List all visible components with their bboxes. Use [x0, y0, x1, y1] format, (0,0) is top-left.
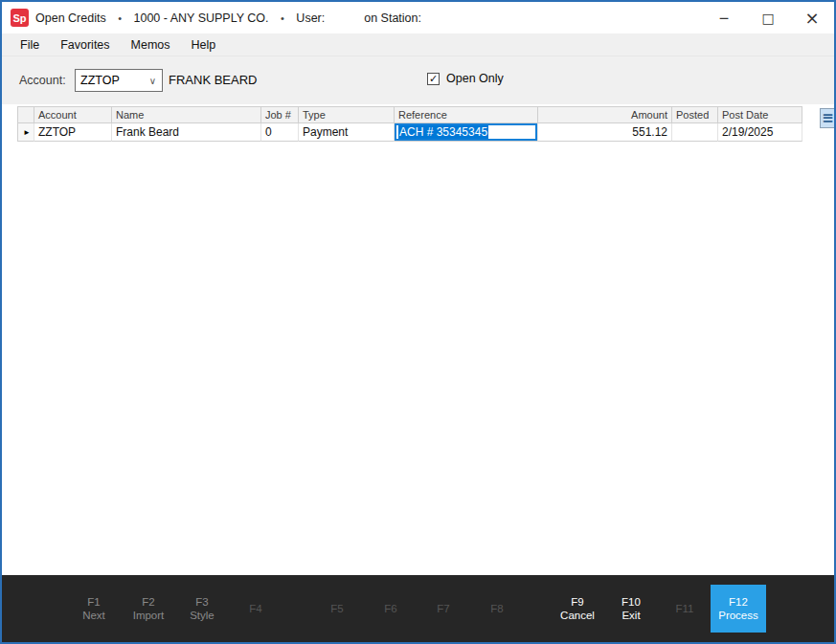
menu-item-memos[interactable]: Memos — [121, 35, 181, 55]
reference-edit-field[interactable]: ACH # 35345345 — [395, 123, 537, 141]
fkey-f4-key: F4 — [229, 602, 282, 615]
app-window: Sp Open Credits • 1000 - ANY SUPPLY CO. … — [0, 0, 836, 644]
title-company: 1000 - ANY SUPPLY CO. — [133, 11, 268, 25]
fkey-f3: F3 Style — [175, 595, 229, 622]
cell-type[interactable]: Payment — [299, 123, 395, 142]
grid-header-job[interactable]: Job # — [261, 106, 299, 123]
cell-amount[interactable]: 551.12 — [538, 123, 672, 142]
maximize-icon: □ — [761, 11, 774, 26]
account-dropdown-value: ZZTOP — [80, 74, 120, 87]
fkey-f3-label: Style — [175, 609, 229, 622]
fkey-f6-key: F6 — [364, 602, 418, 615]
fkey-f2-label: Import — [122, 609, 175, 622]
window-title: Open Credits • 1000 - ANY SUPPLY CO. • U… — [35, 11, 421, 25]
cell-posted[interactable] — [672, 123, 718, 142]
close-icon: × — [804, 8, 819, 28]
open-only-label: Open Only — [446, 72, 504, 85]
cell-postdate[interactable]: 2/19/2025 — [718, 123, 802, 142]
cell-name[interactable]: Frank Beard — [112, 123, 261, 142]
grid-header-name[interactable]: Name — [112, 106, 261, 123]
grid-header-account[interactable]: Account — [34, 106, 112, 123]
fkey-f9-label: Cancel — [551, 609, 604, 622]
grid-menu-icon[interactable]: ≡ — [820, 108, 836, 128]
app-logo-text: Sp — [12, 12, 26, 24]
fkey-f7: F7 — [417, 602, 470, 615]
account-label: Account: — [19, 74, 66, 87]
fkey-f12-label: Process — [718, 609, 758, 622]
window-controls: ─ □ × — [702, 2, 834, 33]
fkey-f11-key: F11 — [658, 602, 712, 615]
menu-item-file[interactable]: File — [10, 35, 50, 55]
fkey-f12-process-button[interactable]: F12 Process — [711, 585, 766, 633]
function-key-bar: F1 Next F2 Import F3 Style F4 F5 F6 F7 F… — [2, 575, 834, 642]
fkey-f7-key: F7 — [417, 602, 470, 615]
reference-selected-text: ACH # 35345345 — [398, 125, 488, 139]
cell-account[interactable]: ZZTOP — [34, 123, 112, 142]
fkey-f9-cancel[interactable]: F9 Cancel — [551, 595, 604, 622]
fkey-f2-key: F2 — [122, 595, 175, 609]
title-bar: Sp Open Credits • 1000 - ANY SUPPLY CO. … — [2, 2, 834, 33]
fkey-f1-label: Next — [67, 609, 121, 622]
account-band: Account: ZZTOP ∨ FRANK BEARD ✓ Open Only — [2, 56, 834, 104]
open-only-checkbox-group[interactable]: ✓ Open Only — [427, 72, 504, 85]
title-bullet: • — [118, 12, 122, 24]
grid-zone: Account Name Job # Type Reference Amount… — [2, 104, 834, 575]
menu-item-favorites[interactable]: Favorites — [50, 35, 120, 55]
title-user-label: User: — [296, 11, 325, 25]
menu-bar: File Favorites Memos Help — [2, 33, 834, 56]
grid-header-row: Account Name Job # Type Reference Amount… — [17, 106, 802, 123]
account-dropdown[interactable]: ZZTOP ∨ — [75, 69, 163, 92]
grid-header-posted[interactable]: Posted — [672, 106, 718, 123]
fkey-f2: F2 Import — [122, 595, 175, 622]
fkey-f1: F1 Next — [67, 595, 121, 622]
grid-header-reference[interactable]: Reference — [395, 106, 538, 123]
fkey-f10-key: F10 — [604, 595, 658, 609]
fkey-f6: F6 — [364, 602, 418, 615]
fkey-f5-key: F5 — [310, 602, 364, 615]
fkey-f8: F8 — [470, 602, 524, 615]
fkey-f4: F4 — [229, 602, 282, 615]
fkey-f3-key: F3 — [175, 595, 229, 609]
open-only-checkbox[interactable]: ✓ — [427, 73, 440, 85]
account-name-display: FRANK BEARD — [169, 73, 257, 87]
fkey-f12-key: F12 — [729, 595, 748, 609]
title-bullet: • — [281, 12, 284, 24]
title-app-name: Open Credits — [35, 11, 106, 25]
grid-header-type[interactable]: Type — [299, 106, 395, 123]
chevron-down-icon: ∨ — [149, 76, 156, 86]
table-row[interactable]: ► ZZTOP Frank Beard 0 Payment ACH # 3534… — [17, 123, 802, 142]
fkey-f10-label: Exit — [604, 609, 658, 622]
app-logo-icon: Sp — [11, 9, 29, 27]
cell-reference[interactable]: ACH # 35345345 — [395, 123, 538, 142]
maximize-button[interactable]: □ — [746, 2, 790, 33]
checkmark-icon: ✓ — [429, 74, 438, 84]
grid-header-amount[interactable]: Amount — [538, 106, 672, 123]
title-station-label: on Station: — [364, 11, 421, 25]
credits-grid: Account Name Job # Type Reference Amount… — [17, 106, 802, 142]
fkey-f8-key: F8 — [470, 602, 524, 615]
fkey-f11: F11 — [658, 602, 712, 615]
row-selector-arrow-icon[interactable]: ► — [17, 123, 34, 142]
fkey-f1-key: F1 — [67, 595, 121, 609]
grid-header-selector — [17, 106, 34, 123]
menu-item-help[interactable]: Help — [181, 35, 227, 55]
fkey-f9-key: F9 — [551, 595, 604, 609]
minimize-icon: ─ — [720, 11, 728, 26]
fkey-f5: F5 — [310, 602, 364, 615]
fkey-f10-exit[interactable]: F10 Exit — [604, 595, 658, 622]
cell-job[interactable]: 0 — [261, 123, 299, 142]
grid-header-postdate[interactable]: Post Date — [718, 106, 802, 123]
minimize-button[interactable]: ─ — [702, 2, 746, 33]
close-button[interactable]: × — [790, 2, 834, 33]
